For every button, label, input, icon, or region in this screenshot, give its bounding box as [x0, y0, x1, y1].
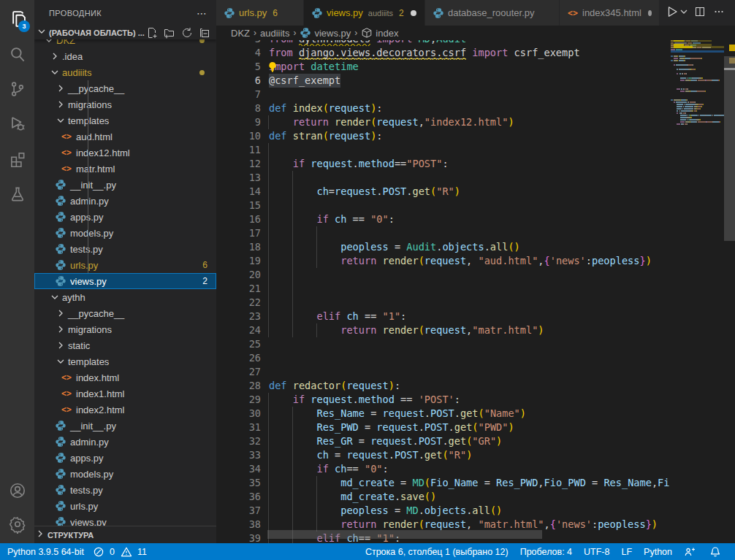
status-encoding[interactable]: UTF-8 — [578, 547, 615, 557]
tab-database_roouter.py[interactable]: database_roouter.py — [425, 0, 560, 26]
code-line-24: 24 return render(request,"matr.html") — [216, 323, 669, 337]
tree-item-apps.py[interactable]: apps.py — [34, 209, 216, 225]
tree-item-migrations[interactable]: migrations — [34, 96, 216, 112]
tree-item-label: migrations — [66, 99, 112, 110]
tree-item-label: index12.html — [75, 147, 130, 158]
activitybar-explorer[interactable]: 3 — [0, 4, 34, 34]
html-file-icon: <> — [61, 163, 72, 175]
breadcrumb-audiiits[interactable]: audiiits — [260, 28, 289, 39]
code-line-28: 28def redactor(request): — [216, 379, 669, 393]
line-number: 11 — [216, 143, 261, 157]
views-and-more-actions-button[interactable]: ⋯ — [197, 10, 207, 16]
tree-item-index2.html[interactable]: <>index2.html — [34, 402, 216, 418]
minimap[interactable] — [671, 40, 724, 543]
tab-views.py[interactable]: views.pyaudiiits2 — [304, 0, 425, 26]
status-feedback[interactable] — [678, 546, 704, 558]
sidebar-title: ПРОВОДНИК — [49, 9, 102, 18]
tree-item-templates[interactable]: templates — [34, 112, 216, 129]
tree-item-index.html[interactable]: <>index.html — [34, 369, 216, 386]
status-indentation[interactable]: Пробелов: 4 — [514, 547, 578, 557]
tree-item-aythh[interactable]: aythh — [34, 289, 216, 305]
code-line-16: 16 if ch == "0": — [216, 212, 669, 226]
activitybar-accounts[interactable] — [0, 476, 34, 505]
new-folder-icon[interactable] — [164, 27, 175, 39]
modified-dot[interactable] — [648, 10, 652, 16]
horizontal-scrollbar[interactable] — [267, 530, 542, 539]
tree-item-matr.html[interactable]: <>matr.html — [34, 161, 216, 177]
line-number: 35 — [216, 476, 261, 490]
tree-item-static[interactable]: static — [34, 337, 216, 353]
lightbulb-icon[interactable] — [267, 61, 278, 76]
activitybar-run-debug[interactable] — [0, 110, 34, 139]
status-interpreter[interactable]: Python 3.9.5 64-bit — [3, 547, 88, 557]
tree-item-aud.html[interactable]: <>aud.html — [34, 129, 216, 145]
breadcrumb-index[interactable]: index — [361, 27, 398, 39]
overview-ruler-mark — [729, 45, 735, 51]
tree-item-admin.py[interactable]: admin.py — [34, 193, 216, 209]
tree-item-DKZ[interactable]: DKZ — [34, 39, 216, 48]
python-file-icon — [55, 420, 66, 432]
modified-dot[interactable] — [411, 10, 416, 16]
tab-urls.py[interactable]: urls.py6 — [216, 0, 304, 26]
tree-item-admin.py[interactable]: admin.py — [34, 434, 216, 450]
status-language-mode[interactable]: Python — [638, 547, 678, 557]
tree-item-__init__.py[interactable]: __init__.py — [34, 418, 216, 434]
outline-section-header[interactable]: СТРУКТУРА — [34, 526, 216, 543]
breadcrumb-DKZ[interactable]: DKZ — [231, 28, 250, 39]
line-number: 8 — [216, 101, 261, 115]
collapse-all-icon[interactable] — [199, 27, 210, 39]
status-eol[interactable]: LF — [615, 547, 638, 557]
tab-label: database_roouter.py — [448, 7, 535, 18]
tree-item-urls.py[interactable]: urls.py6 — [34, 257, 216, 273]
breadcrumb-views.py[interactable]: views.py — [300, 27, 351, 39]
tree-item-migrations[interactable]: migrations — [34, 321, 216, 337]
refresh-icon[interactable] — [181, 27, 193, 39]
tree-item-urls.py[interactable]: urls.py — [34, 498, 216, 514]
tree-item-models.py[interactable]: models.py — [34, 466, 216, 482]
split-editor-button[interactable] — [693, 4, 707, 22]
activitybar-settings[interactable] — [0, 510, 34, 539]
tab-index345.html[interactable]: <>index345.html — [560, 0, 660, 26]
run-python-file-button[interactable] — [665, 4, 679, 22]
tree-item-__pycache__[interactable]: __pycache__ — [34, 80, 216, 96]
status-cursor-position[interactable]: Строка 6, столбец 1 (выбрано 12) — [365, 547, 514, 557]
chevron-down-icon — [55, 115, 66, 126]
tree-item-.idea[interactable]: .idea — [34, 48, 216, 64]
new-file-icon[interactable] — [146, 27, 158, 39]
problems-count-badge: 2 — [202, 276, 207, 286]
code-line-17: 17 — [216, 226, 669, 240]
line-number: 36 — [216, 490, 261, 504]
error-icon — [93, 546, 107, 558]
tree-item-apps.py[interactable]: apps.py — [34, 450, 216, 466]
more-actions-button[interactable] — [712, 4, 726, 22]
explorer-badge: 3 — [18, 20, 30, 32]
tree-item-index12.html[interactable]: <>index12.html — [34, 145, 216, 161]
line-number: 29 — [216, 393, 261, 407]
tree-item-__init__.py[interactable]: __init__.py — [34, 177, 216, 193]
tree-item-templates[interactable]: templates — [34, 353, 216, 369]
status-label: Python 3.9.5 64-bit — [7, 547, 84, 557]
line-number: 33 — [216, 448, 261, 462]
activitybar-source-control[interactable] — [0, 74, 34, 104]
workspace-section-header[interactable]: (РАБОЧАЯ ОБЛАСТЬ) ... — [34, 26, 216, 39]
run-options-dropdown[interactable] — [679, 4, 688, 22]
tree-item-index1.html[interactable]: <>index1.html — [34, 386, 216, 402]
activitybar-extensions[interactable] — [0, 145, 34, 174]
tab-problems-badge: 2 — [399, 8, 404, 18]
status-notifications[interactable] — [704, 546, 729, 558]
tree-item-views.py[interactable]: views.py — [34, 514, 216, 526]
code-editor[interactable]: 3from aythh.models import MD,Audit4from … — [216, 0, 669, 543]
tree-item-audiiits[interactable]: audiiits — [34, 64, 216, 80]
code-line-12: 12 if request.method=="POST": — [216, 157, 669, 171]
activitybar-testing[interactable] — [0, 180, 34, 209]
status-problems[interactable]: 011 — [88, 546, 151, 558]
python-file-icon — [311, 7, 323, 19]
tree-item-views.py[interactable]: views.py2 — [34, 273, 216, 289]
tree-item-__pycache__[interactable]: __pycache__ — [34, 305, 216, 321]
tree-item-models.py[interactable]: models.py — [34, 225, 216, 241]
tree-item-tests.py[interactable]: tests.py — [34, 241, 216, 257]
activitybar-search[interactable] — [0, 39, 34, 69]
tree-item-tests.py[interactable]: tests.py — [34, 482, 216, 498]
vertical-scrollbar[interactable] — [724, 56, 735, 241]
python-file-icon — [55, 227, 66, 239]
